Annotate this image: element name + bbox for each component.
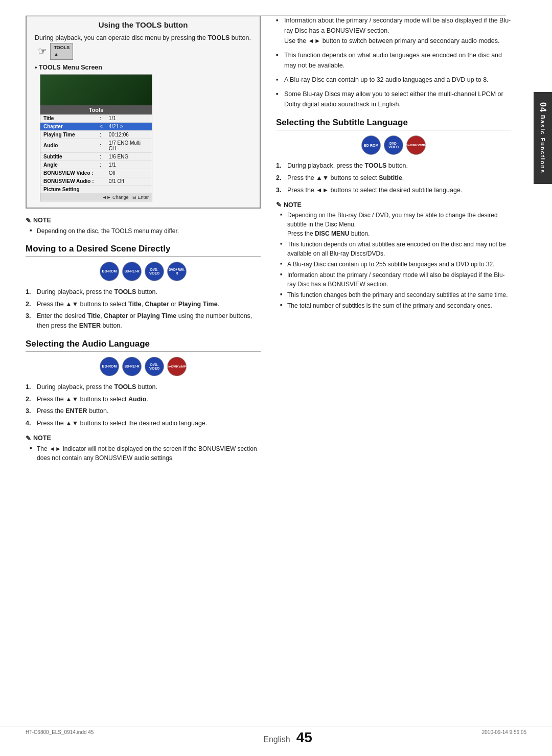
tools-menu-screenshot: Tools Title:1/1 Chapter<4/21 > Playing T… bbox=[40, 74, 152, 201]
audio-note-list: The ◄► indicator will not be displayed o… bbox=[26, 444, 261, 463]
side-tab-label: Basic Functions bbox=[540, 115, 546, 174]
tools-intro-main: During playback, you can operate disc me… bbox=[35, 34, 251, 41]
badge-audio-bd-re: BD-RE/-R bbox=[122, 357, 142, 376]
audio-note-title: ✎ NOTE bbox=[26, 434, 261, 442]
badge-audio-divx: DivX/MKV/MP4 bbox=[167, 357, 187, 376]
badge-audio-dvd-video: DVD-VIDEO bbox=[145, 357, 164, 376]
subtitle-step-3: 3. Press the ◄► buttons to select the de… bbox=[276, 186, 511, 195]
tools-note-item: Depending on the disc, the TOOLS menu ma… bbox=[30, 226, 261, 236]
audio-step-3: 3. Press the ENTER button. bbox=[26, 406, 261, 416]
tools-note-title: ✎ NOTE bbox=[26, 217, 261, 224]
subtitle-steps-list: 1. During playback, press the TOOLS butt… bbox=[276, 161, 511, 195]
subtitle-note-list: Depending on the Blu-ray Disc / DVD, you… bbox=[276, 211, 511, 310]
side-tab: 04 Basic Functions bbox=[534, 92, 552, 184]
badge-subtitle-dvd-video: DVD-VIDEO bbox=[384, 135, 403, 155]
audio-note-item-1: The ◄► indicator will not be displayed o… bbox=[30, 444, 261, 463]
badge-bd-rom: BD-ROM bbox=[100, 262, 119, 281]
moving-disc-badges: BD-ROM BD-RE/-R DVD-VIDEO DVD+RW/-R bbox=[26, 262, 261, 281]
badge-dvd-video: DVD-VIDEO bbox=[145, 262, 164, 281]
audio-disc-badges: BD-ROM BD-RE/-R DVD-VIDEO DivX/MKV/MP4 bbox=[26, 357, 261, 376]
tools-menu-table: Title:1/1 Chapter<4/21 > Playing Time:00… bbox=[40, 114, 152, 194]
right-bullet-3: A Blu-ray Disc can contain up to 32 audi… bbox=[276, 75, 511, 85]
audio-step-1: 1. During playback, press the TOOLS butt… bbox=[26, 382, 261, 392]
audio-note-pencil-icon: ✎ bbox=[26, 434, 31, 442]
badge-subtitle-divx: DivX/MKV/MP4 bbox=[406, 135, 426, 155]
left-column: Using the TOOLS button During playback, … bbox=[26, 15, 261, 700]
subtitle-step-2: 2. Press the ▲▼ buttons to select Subtit… bbox=[276, 173, 511, 183]
right-bullet-2: This function depends on what audio lang… bbox=[276, 50, 511, 71]
tools-menu-header: Tools bbox=[40, 105, 152, 114]
side-tab-number: 04 bbox=[538, 102, 547, 112]
subtitle-note-item-2: This function depends on what subtitles … bbox=[280, 240, 511, 258]
right-bullet-4: Some Blu-ray Discs may allow you to sele… bbox=[276, 89, 511, 109]
subtitle-note-item-3: A Blu-ray Disc can contain up to 255 sub… bbox=[280, 260, 511, 269]
subtitle-disc-badges: BD-ROM DVD-VIDEO DivX/MKV/MP4 bbox=[276, 135, 511, 155]
moving-steps-list: 1. During playback, press the TOOLS butt… bbox=[26, 287, 261, 331]
tools-note-list: Depending on the disc, the TOOLS menu ma… bbox=[26, 226, 261, 236]
tools-menu-label: TOOLS Menu Screen bbox=[35, 64, 251, 71]
audio-steps-list: 1. During playback, press the TOOLS butt… bbox=[26, 382, 261, 428]
audio-section-title: Selecting the Audio Language bbox=[26, 339, 261, 352]
subtitle-note-item-1: Depending on the Blu-ray Disc / DVD, you… bbox=[280, 211, 511, 238]
main-content: Using the TOOLS button During playback, … bbox=[0, 0, 552, 715]
subtitle-section-title: Selecting the Subtitle Language bbox=[276, 118, 511, 130]
badge-subtitle-bd-rom: BD-ROM bbox=[361, 135, 381, 155]
audio-note-box: ✎ NOTE The ◄► indicator will not be disp… bbox=[26, 434, 261, 463]
moving-step-2: 2. Press the ▲▼ buttons to select Title,… bbox=[26, 300, 261, 309]
tools-menu-footer: ◄► Change ⊟ Enter bbox=[40, 194, 152, 201]
tools-section-box: Using the TOOLS button During playback, … bbox=[26, 15, 261, 209]
page-footer: HT-C6800_ELS_0914.indd 45 English 45 201… bbox=[0, 726, 552, 746]
audio-step-2: 2. Press the ▲▼ buttons to select Audio. bbox=[26, 395, 261, 404]
subtitle-note-item-5: This function changes both the primary a… bbox=[280, 290, 511, 300]
right-intro-bullets: Information about the primary / secondar… bbox=[276, 15, 511, 109]
subtitle-step-1: 1. During playback, press the TOOLS butt… bbox=[276, 161, 511, 171]
page-number-area: English 45 bbox=[263, 729, 312, 746]
subtitle-note-item-6: The total number of subtitles is the sum… bbox=[280, 301, 511, 310]
badge-bd-re: BD-RE/-R bbox=[122, 262, 142, 281]
moving-step-1: 1. During playback, press the TOOLS butt… bbox=[26, 287, 261, 297]
tools-intro-text: During playback, you can operate disc me… bbox=[35, 33, 251, 60]
tools-note-box: ✎ NOTE Depending on the disc, the TOOLS … bbox=[26, 217, 261, 236]
note-pencil-icon: ✎ bbox=[26, 217, 31, 224]
right-bullet-1: Information about the primary / secondar… bbox=[276, 15, 511, 46]
moving-section-title: Moving to a Desired Scene Directly bbox=[26, 244, 261, 257]
footer-file-info: HT-C6800_ELS_0914.indd 45 bbox=[26, 729, 94, 746]
tools-box-title: Using the TOOLS button bbox=[35, 20, 251, 29]
subtitle-note-pencil-icon: ✎ bbox=[276, 201, 282, 209]
tools-button-graphic: TOOLS▲ bbox=[50, 43, 73, 60]
subtitle-note-item-4: Information about the primary / secondar… bbox=[280, 270, 511, 289]
subtitle-note-box: ✎ NOTE Depending on the Blu-ray Disc / D… bbox=[276, 201, 511, 310]
right-column: Information about the primary / secondar… bbox=[276, 15, 511, 700]
moving-step-3: 3. Enter the desired Title, Chapter or P… bbox=[26, 311, 261, 331]
tools-hand-icon: ☞ bbox=[38, 43, 47, 59]
badge-audio-bd-rom: BD-ROM bbox=[100, 357, 119, 376]
badge-dvd-rw: DVD+RW/-R bbox=[167, 262, 187, 281]
subtitle-note-title: ✎ NOTE bbox=[276, 201, 511, 209]
footer-date: 2010-09-14 9:56:05 bbox=[482, 729, 526, 746]
audio-step-4: 4. Press the ▲▼ buttons to select the de… bbox=[26, 419, 261, 428]
